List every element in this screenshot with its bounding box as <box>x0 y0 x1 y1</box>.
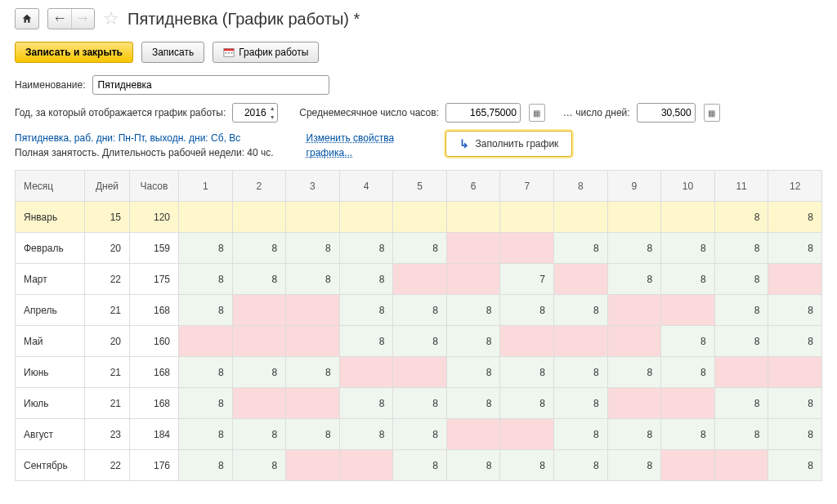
days-calc-icon[interactable]: ▦ <box>704 104 720 122</box>
day-cell[interactable] <box>446 419 500 450</box>
day-cell[interactable] <box>500 233 554 264</box>
day-cell[interactable] <box>500 202 554 233</box>
day-cell[interactable] <box>768 357 822 388</box>
day-cell[interactable] <box>607 388 661 419</box>
day-cell[interactable]: 8 <box>179 450 233 481</box>
day-cell[interactable]: 8 <box>554 388 608 419</box>
year-spinner[interactable]: ▲▼ <box>267 104 277 122</box>
day-cell[interactable] <box>661 388 715 419</box>
name-input[interactable] <box>92 75 329 95</box>
day-cell[interactable]: 8 <box>232 357 286 388</box>
day-cell[interactable]: 8 <box>714 233 768 264</box>
day-cell[interactable]: 8 <box>554 233 608 264</box>
day-cell[interactable]: 8 <box>714 202 768 233</box>
day-cell[interactable] <box>446 202 500 233</box>
day-cell[interactable] <box>554 326 608 357</box>
day-cell[interactable]: 8 <box>393 326 447 357</box>
day-cell[interactable]: 8 <box>661 326 715 357</box>
day-cell[interactable] <box>500 326 554 357</box>
day-cell[interactable]: 8 <box>768 295 822 326</box>
day-cell[interactable]: 8 <box>768 419 822 450</box>
day-cell[interactable]: 8 <box>714 419 768 450</box>
day-cell[interactable]: 8 <box>179 295 233 326</box>
day-cell[interactable]: 8 <box>286 233 340 264</box>
day-cell[interactable]: 8 <box>393 233 447 264</box>
day-cell[interactable]: 8 <box>607 450 661 481</box>
nav-back-button[interactable]: 🡐 <box>48 9 72 29</box>
day-cell[interactable]: 8 <box>393 419 447 450</box>
day-cell[interactable]: 8 <box>554 357 608 388</box>
favorite-star-icon[interactable]: ☆ <box>103 8 119 29</box>
day-cell[interactable] <box>607 326 661 357</box>
day-cell[interactable]: 8 <box>500 357 554 388</box>
day-cell[interactable]: 7 <box>500 264 554 295</box>
schedule-button[interactable]: График работы <box>213 42 319 63</box>
day-cell[interactable] <box>232 295 286 326</box>
day-cell[interactable]: 8 <box>714 388 768 419</box>
day-cell[interactable]: 8 <box>661 233 715 264</box>
day-cell[interactable]: 8 <box>661 264 715 295</box>
day-cell[interactable] <box>554 202 608 233</box>
day-cell[interactable] <box>768 264 822 295</box>
day-cell[interactable] <box>339 450 393 481</box>
day-cell[interactable]: 8 <box>661 357 715 388</box>
day-cell[interactable]: 8 <box>714 295 768 326</box>
day-cell[interactable]: 8 <box>446 357 500 388</box>
day-cell[interactable] <box>446 264 500 295</box>
day-cell[interactable] <box>179 202 233 233</box>
table-row[interactable]: Июль2116888888888 <box>16 388 822 419</box>
day-cell[interactable]: 8 <box>607 233 661 264</box>
day-cell[interactable] <box>661 202 715 233</box>
day-cell[interactable]: 8 <box>446 450 500 481</box>
day-cell[interactable]: 8 <box>607 419 661 450</box>
nav-forward-button[interactable]: 🡒 <box>72 9 95 29</box>
day-cell[interactable]: 8 <box>446 326 500 357</box>
day-cell[interactable]: 8 <box>339 326 393 357</box>
day-cell[interactable]: 8 <box>500 388 554 419</box>
day-cell[interactable] <box>661 450 715 481</box>
day-cell[interactable]: 8 <box>768 450 822 481</box>
table-row[interactable]: Март2217588887888 <box>16 264 822 295</box>
day-cell[interactable]: 8 <box>714 264 768 295</box>
day-cell[interactable]: 8 <box>179 357 233 388</box>
day-cell[interactable]: 8 <box>554 450 608 481</box>
table-row[interactable]: Июнь2116888888888 <box>16 357 822 388</box>
day-cell[interactable]: 8 <box>768 388 822 419</box>
day-cell[interactable]: 8 <box>179 233 233 264</box>
day-cell[interactable] <box>286 202 340 233</box>
save-button[interactable]: Записать <box>141 42 204 63</box>
day-cell[interactable]: 8 <box>232 264 286 295</box>
days-input[interactable] <box>637 103 696 123</box>
day-cell[interactable] <box>393 357 447 388</box>
day-cell[interactable]: 8 <box>714 326 768 357</box>
table-row[interactable]: Май20160888888 <box>16 326 822 357</box>
day-cell[interactable]: 8 <box>339 264 393 295</box>
day-cell[interactable] <box>286 326 340 357</box>
day-cell[interactable]: 8 <box>179 388 233 419</box>
day-cell[interactable]: 8 <box>179 419 233 450</box>
day-cell[interactable] <box>554 264 608 295</box>
day-cell[interactable] <box>500 419 554 450</box>
day-cell[interactable] <box>286 450 340 481</box>
day-cell[interactable] <box>393 264 447 295</box>
day-cell[interactable] <box>232 326 286 357</box>
day-cell[interactable]: 8 <box>500 295 554 326</box>
table-row[interactable]: Февраль201598888888888 <box>16 233 822 264</box>
day-cell[interactable]: 8 <box>554 295 608 326</box>
day-cell[interactable] <box>339 202 393 233</box>
day-cell[interactable]: 8 <box>500 450 554 481</box>
day-cell[interactable]: 8 <box>232 419 286 450</box>
day-cell[interactable] <box>661 295 715 326</box>
day-cell[interactable] <box>446 233 500 264</box>
day-cell[interactable]: 8 <box>339 419 393 450</box>
day-cell[interactable]: 8 <box>607 357 661 388</box>
day-cell[interactable]: 8 <box>768 202 822 233</box>
day-cell[interactable]: 8 <box>768 233 822 264</box>
day-cell[interactable]: 8 <box>554 419 608 450</box>
day-cell[interactable]: 8 <box>179 264 233 295</box>
home-button[interactable] <box>15 8 39 29</box>
day-cell[interactable]: 8 <box>446 295 500 326</box>
save-close-button[interactable]: Записать и закрыть <box>15 42 133 63</box>
day-cell[interactable] <box>607 295 661 326</box>
avg-hours-calc-icon[interactable]: ▦ <box>529 104 545 122</box>
